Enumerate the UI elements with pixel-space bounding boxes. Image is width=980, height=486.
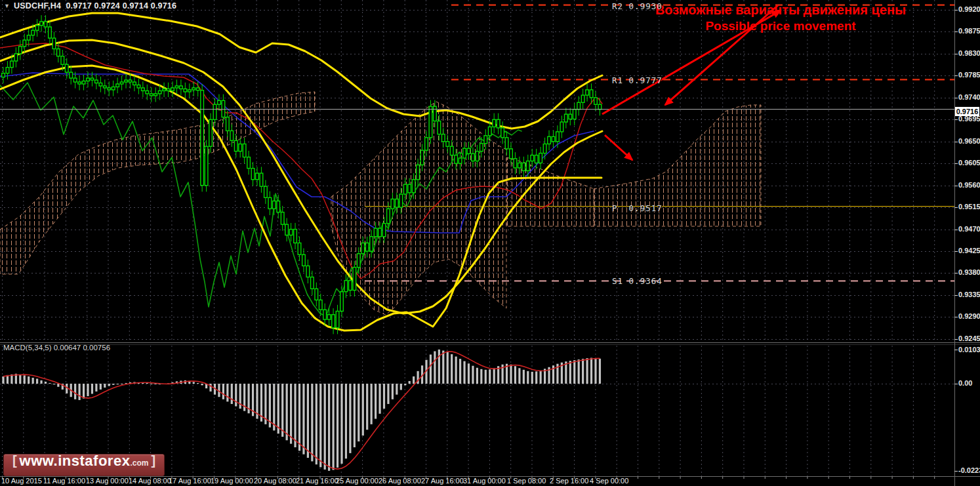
price-axis-label: 0.9605 [958, 159, 980, 167]
price-axis-label: 0.9785 [958, 71, 980, 79]
time-axis-label: 27 Aug 16:00 [421, 477, 464, 485]
chart-title: ▼USDCHF,H4 0.9717 0.9724 0.9714 0.9716 [4, 1, 176, 10]
time-axis-label: 4 Sep 00:00 [590, 477, 628, 485]
time-axis-label: 1 Sep 08:00 [507, 477, 546, 485]
chart-ohlc: 0.9717 0.9724 0.9714 0.9716 [66, 1, 176, 10]
price-axis-label: 0.9830 [958, 49, 980, 57]
price-axis-label: 0.9650 [958, 137, 980, 145]
time-axis-label: 26 Aug 08:00 [378, 477, 421, 485]
time-axis-label: 31 Aug 00:00 [463, 477, 506, 485]
macd-axis-label: -0.02233 [958, 466, 980, 474]
chart-dropdown-icon[interactable]: ▼ [4, 3, 10, 9]
price-axis-label: 0.9515 [958, 203, 980, 211]
macd-label: MACD(5,34,5) 0.00647 0.00756 [3, 344, 110, 352]
logo-text: www.instaforex [20, 453, 131, 470]
chart-symbol: USDCHF,H4 [14, 1, 61, 10]
level-label-r1: R1 0.9777 [612, 75, 663, 85]
price-axis-label: 0.9245 [958, 334, 980, 342]
time-axis-label: 13 Aug 00:00 [86, 477, 129, 485]
price-axis-label: 0.9740 [958, 93, 980, 101]
chart-window: ▼USDCHF,H4 0.9717 0.9724 0.9714 0.9716 В… [0, 0, 980, 486]
time-axis-label: 11 Aug 16:00 [43, 477, 85, 485]
level-label-p: P 0.9517 [612, 203, 663, 213]
price-axis-label: 0.9875 [958, 27, 980, 35]
time-axis-label: 14 Aug 08:00 [129, 477, 171, 485]
logo-suffix: .com [130, 458, 148, 468]
macd-axis-label: 0.01032 [958, 346, 980, 354]
logo-bracket-right: ] [148, 453, 158, 468]
price-axis-label: 0.9380 [958, 268, 980, 276]
macd-axis-label: 0.00 [958, 379, 972, 387]
price-axis-label: 0.9920 [958, 5, 980, 13]
time-axis-label: 17 Aug 16:00 [169, 477, 211, 485]
price-axis-label: 0.9470 [958, 225, 980, 233]
time-axis-label: 19 Aug 00:00 [211, 477, 253, 485]
time-axis-label: 21 Aug 16:00 [296, 477, 338, 485]
level-label-s1: S1 0.9364 [612, 276, 663, 286]
time-axis-label: 10 Aug 2015 [1, 477, 42, 485]
price-axis-label: 0.9425 [958, 247, 980, 254]
annotation-line-en: Possible price movement [624, 18, 937, 34]
price-axis-label: 0.9560 [958, 181, 980, 189]
time-axis-label: 2 Sep 16:00 [550, 477, 588, 485]
price-axis-label: 0.9335 [958, 291, 980, 298]
level-label-r2: R2 0.9930 [612, 1, 663, 11]
logo-bracket-left: [ [10, 453, 20, 468]
chart-canvas[interactable] [0, 0, 980, 486]
price-movement-annotation: Возможные варианты движения цены Possibl… [624, 2, 937, 34]
time-axis-label: 20 Aug 08:00 [254, 477, 296, 485]
instaforex-logo: [ www.instaforex .com ] [3, 454, 165, 476]
price-axis-label: 0.9695 [958, 115, 980, 123]
time-axis-label: 25 Aug 00:00 [336, 477, 378, 485]
annotation-line-ru: Возможные варианты движения цены [624, 2, 937, 18]
price-axis-label: 0.9290 [958, 312, 980, 320]
